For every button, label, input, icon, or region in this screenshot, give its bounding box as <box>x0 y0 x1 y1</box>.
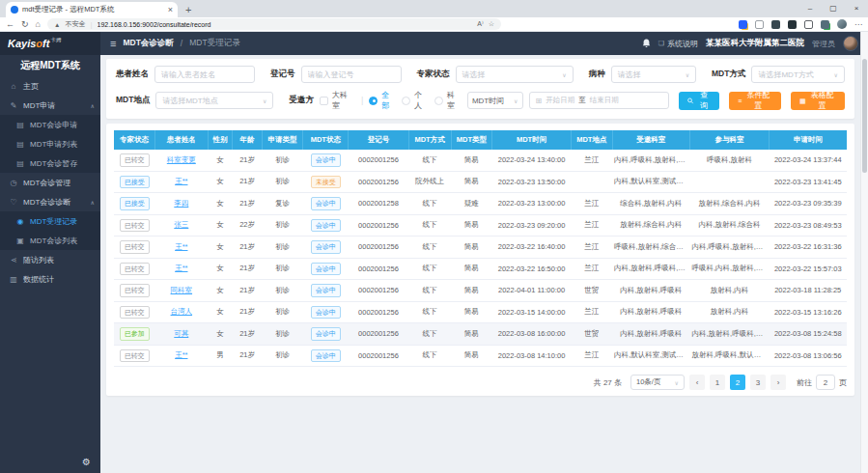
table-row: 已参加 可其 女 21岁 初诊 会诊中 0002001256 线下 简易 202… <box>114 323 847 346</box>
page-size-select[interactable]: 10条/页 ∨ <box>630 375 685 390</box>
page-button-3[interactable]: 3 <box>750 375 766 390</box>
patient-name-link[interactable]: 王** <box>175 350 187 359</box>
window-maximize-button[interactable]: ▢ <box>822 0 845 16</box>
apply-type-cell: 初诊 <box>262 301 303 323</box>
browser-tab[interactable]: mdt受理记录 - 远程MDT系统 × <box>6 2 178 17</box>
invitee-radio-personal[interactable]: 个人 <box>402 90 434 111</box>
table-row: 已接受 李四 女 21岁 复诊 会诊中 0002001258 线下 疑难 202… <box>114 193 847 215</box>
back-icon[interactable]: ← <box>6 20 14 29</box>
extension-icon[interactable] <box>755 20 764 29</box>
patient-name-link[interactable]: 科室变更 <box>167 155 196 164</box>
patient-name-link[interactable]: 李四 <box>174 199 188 208</box>
extension-icon[interactable] <box>739 20 747 29</box>
apply-type-cell: 初诊 <box>262 214 303 236</box>
condition-config-button[interactable]: ≡ 条件配置 <box>729 92 781 110</box>
filter-panel: 患者姓名 登记号 专家状态 请选择 ∨ 病种 请选择 ∨ <box>106 59 854 119</box>
joined-depts-cell: 放射科,呼吸科,默认科室,测... <box>690 345 770 367</box>
sidebar-item-mdt-apply-new[interactable]: ▤ MDT会诊申请 <box>0 115 100 134</box>
page-scrollbar[interactable] <box>860 32 868 473</box>
sidebar-item-home[interactable]: ⌂ 主页 <box>0 76 100 96</box>
patient-name-link[interactable]: 同科室 <box>171 286 193 294</box>
extension-icon[interactable] <box>771 20 780 29</box>
patient-name-input[interactable] <box>154 66 255 83</box>
date-end-placeholder: 结束日期 <box>590 96 619 105</box>
address-bar[interactable]: ▲ 不安全 | 192.168.0.156:9002/consultate/re… <box>47 18 501 30</box>
sidebar-item-mdt-apply-list[interactable]: ▤ MDT申请列表 <box>0 134 100 153</box>
sidebar: Kayisoft 卡姆 远程MDT系统 ⌂ 主页 ✎ MDT申请 ∧ ▤ MDT… <box>0 32 100 473</box>
mdt-place-select[interactable]: 请选择MDT地点 ∨ <box>155 92 273 109</box>
patient-name-label: 患者姓名 <box>116 69 149 80</box>
system-help-link[interactable]: ❏ 系统说明 <box>658 39 698 49</box>
apply-time-cell: 2022-03-18 11:28:25 <box>769 280 847 302</box>
date-separator: 至 <box>578 96 586 105</box>
window-minimize-button[interactable]: – <box>798 0 822 16</box>
bell-icon[interactable] <box>642 39 651 48</box>
age-cell: 21岁 <box>233 171 262 193</box>
collapse-menu-icon[interactable]: ≡ <box>110 38 116 49</box>
browser-menu-icon[interactable]: ⋯ <box>854 20 862 29</box>
col-mdt-place: MDT地点 <box>572 130 613 150</box>
expert-status-select[interactable]: 请选择 ∨ <box>456 66 574 83</box>
next-page-button[interactable]: › <box>770 375 786 390</box>
patient-name-link[interactable]: 王** <box>175 264 187 272</box>
goto-page-input[interactable] <box>816 375 835 390</box>
mdt-type-cell: 简易 <box>451 323 492 346</box>
mdt-status-badge: 会诊中 <box>311 327 341 341</box>
read-aloud-icon[interactable]: A⁾ <box>477 20 483 28</box>
patient-name-link[interactable]: 台湾人 <box>171 307 193 316</box>
sidebar-item-followup[interactable]: ⋖ 随访列表 <box>0 250 100 269</box>
favorite-star-icon[interactable]: ☆ <box>489 20 494 28</box>
invitee-radio-all[interactable]: 全部 <box>369 90 402 111</box>
table-row: 已转交 张三 女 22岁 初诊 会诊中 0002001256 线下 简易 202… <box>114 214 847 236</box>
sidebar-item-mdt-list[interactable]: ▣ MDT会诊列表 <box>0 231 100 250</box>
calendar-icon: ⊞ <box>536 97 543 105</box>
extension-icon[interactable] <box>788 20 797 29</box>
sidebar-item-statistics[interactable]: ▥ 数据统计 <box>0 269 100 289</box>
patient-name-link[interactable]: 王** <box>175 242 187 251</box>
page-button-2[interactable]: 2 <box>730 375 745 390</box>
patient-name-link[interactable]: 张三 <box>174 220 188 229</box>
expert-status-badge: 已转交 <box>120 240 150 254</box>
patient-name-link[interactable]: 王** <box>175 177 187 185</box>
mdt-time-cell: 2022-03-22 16:40:00 <box>492 236 572 259</box>
mdt-time-cell: 2022-03-15 14:00:00 <box>492 301 572 323</box>
col-expert-status: 专家状态 <box>114 130 155 150</box>
chevron-up-icon: ∧ <box>91 199 95 206</box>
sidebar-item-mdt-manage[interactable]: ◷ MDT会诊管理 <box>0 173 100 192</box>
pagination: 共 27 条 10条/页 ∨ ‹ 1 2 3 › 前往 页 <box>114 375 847 390</box>
sidebar-item-mdt-draft[interactable]: ▤ MDT会诊暂存 <box>0 153 100 173</box>
tab-close-icon[interactable]: × <box>168 6 173 14</box>
col-mdt-status: MDT状态 <box>303 130 349 150</box>
mdt-type-cell: 简易 <box>451 150 492 171</box>
search-button[interactable]: 查询 <box>679 92 719 110</box>
invited-depts-cell: 内科,放射科,呼吸科 <box>612 323 689 346</box>
page-button-1[interactable]: 1 <box>710 375 725 390</box>
mdt-place-cell: 兰江 <box>572 236 613 259</box>
gear-icon[interactable]: ⚙ <box>82 457 91 467</box>
register-no-label: 登记号 <box>270 69 295 80</box>
register-no-input[interactable] <box>301 66 402 83</box>
prev-page-button[interactable]: ‹ <box>689 375 705 390</box>
browser-profile-avatar[interactable] <box>837 19 847 29</box>
user-avatar[interactable] <box>843 36 858 51</box>
dept-group-checkbox[interactable] <box>320 97 328 105</box>
disease-select[interactable]: 请选择 ∨ <box>611 66 696 83</box>
sidebar-item-mdt-diagnosis[interactable]: ♡ MDT会诊诊断 ∧ <box>0 192 100 211</box>
scrollbar-thumb[interactable] <box>862 59 867 173</box>
refresh-icon[interactable]: ↻ <box>21 20 29 29</box>
time-type-select[interactable]: MDT时间 ∨ <box>467 92 523 109</box>
sidebar-item-mdt-apply[interactable]: ✎ MDT申请 ∧ <box>0 96 100 115</box>
gender-cell: 女 <box>208 193 233 215</box>
sidebar-item-mdt-record[interactable]: ◉ MDT受理记录 <box>0 211 100 231</box>
extension-icon[interactable] <box>821 20 829 29</box>
mdt-mode-cell: 线下 <box>408 193 451 215</box>
home-icon[interactable]: ⌂ <box>36 20 41 29</box>
window-close-button[interactable]: × <box>845 0 868 16</box>
mdt-mode-select[interactable]: 请选择MDT方式 ∨ <box>751 66 845 83</box>
invitee-radio-dept[interactable]: 科室 <box>434 90 467 111</box>
extension-icon[interactable] <box>804 20 813 29</box>
date-range-picker[interactable]: ⊞ 开始日期 至 结束日期 <box>529 92 670 109</box>
patient-name-link[interactable]: 可其 <box>174 329 188 338</box>
new-tab-button[interactable]: + <box>185 2 191 17</box>
table-config-button[interactable]: ▦ 表格配置 <box>791 92 845 110</box>
